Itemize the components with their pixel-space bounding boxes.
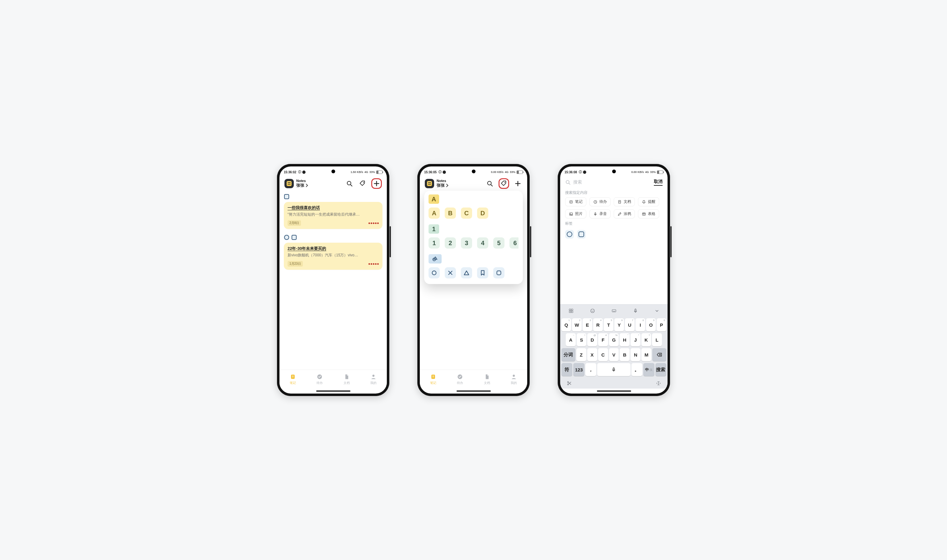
tag-tile-circle[interactable] [428,267,440,278]
chip-photos[interactable]: 照片 [565,209,586,218]
kb-clipboard-icon[interactable] [567,380,572,386]
chip-docs[interactable]: 文档 [614,197,635,206]
tag-tile[interactable]: 2 [445,237,456,249]
note-card[interactable]: 22年-30年未来要买的 新vivo旗舰机（7000）汽车（15万）vivo… … [284,243,382,270]
key-a[interactable]: ~A [566,333,576,346]
tag-tile[interactable]: A [428,208,440,219]
key-u[interactable]: 7U [625,318,634,331]
chip-tables[interactable]: 表格 [638,209,659,218]
key-f[interactable]: #F [598,333,608,346]
tag-button[interactable] [499,178,509,189]
tag-tile-rounded-square[interactable] [493,267,505,278]
nav-me[interactable]: 我的 [370,374,377,385]
key-符[interactable]: 符 [561,363,572,376]
cancel-button[interactable]: 取消 [654,179,662,186]
key-d[interactable]: @D [587,333,597,346]
key-123[interactable]: 123 [573,363,584,376]
key-w[interactable]: 2W [572,318,582,331]
nav-docs[interactable]: 文档 [484,374,490,385]
tag-picker-popover[interactable]: A A B C D 1 1 2 3 4 5 [424,191,523,284]
key-q[interactable]: 1Q [561,318,571,331]
tag-tile[interactable]: B [445,208,456,219]
home-indicator[interactable] [560,389,668,394]
key-e[interactable]: 3E [582,318,592,331]
brand[interactable]: Notes 张张 [285,179,308,188]
nav-notes[interactable]: 笔记 [430,374,436,385]
tag-tile[interactable]: 6 [510,237,519,249]
tag-tile-bookmark[interactable] [477,267,488,278]
key-h[interactable]: "H [620,333,630,346]
tag-tile-triangle[interactable] [461,267,472,278]
brand[interactable]: Notes张张 [425,179,448,188]
key-，[interactable]: ， [585,363,596,376]
chip-notes[interactable]: 笔记 [565,197,586,206]
app-name: Notes [296,179,308,183]
tag-square-chip[interactable] [577,230,586,238]
nav-docs[interactable]: 文档 [343,374,350,385]
key-lang[interactable]: 中/英 [643,363,654,376]
kb-cursor-icon[interactable] [656,380,661,386]
key-c[interactable]: C [598,348,608,361]
chip-todo[interactable]: 待办 [590,197,611,206]
tag-tile[interactable]: 5 [493,237,505,249]
key-k[interactable]: ?K [641,333,651,346]
tag-tile[interactable]: D [477,208,488,219]
key-z[interactable]: Z [576,348,586,361]
chevron-right-icon [304,183,308,187]
add-button[interactable] [371,178,382,189]
tag-circle-chip[interactable] [565,230,574,238]
key-l[interactable]: L [652,333,662,346]
home-indicator[interactable] [420,389,527,394]
key-i[interactable]: 8I [636,318,645,331]
key-b[interactable]: B [620,348,630,361]
key-j[interactable]: *J [630,333,641,346]
tag-tile[interactable]: 3 [461,237,472,249]
key-s[interactable]: !S [577,333,587,346]
key-v[interactable]: V [609,348,619,361]
key-y[interactable]: 6Y [614,318,624,331]
key-p[interactable]: 0P [657,318,666,331]
status-signal-label: 4G [365,171,368,174]
kb-tool-mic-icon[interactable] [633,308,638,314]
tag-tile[interactable]: 4 [477,237,488,249]
key-backspace[interactable] [652,348,666,361]
keyboard-bottom-bar [560,378,668,389]
tag-tile[interactable]: 1 [428,237,440,249]
nav-me[interactable]: 我的 [511,374,517,385]
key-g[interactable]: %G [609,333,619,346]
chip-recordings[interactable]: 录音 [590,209,611,218]
tag-tile[interactable]: C [461,208,472,219]
key-r[interactable]: 4R [593,318,603,331]
home-indicator[interactable] [279,389,387,394]
key-搜索[interactable]: 搜索 [655,363,666,376]
kb-tool-collapse-icon[interactable] [654,308,660,314]
key-。[interactable]: 。 [631,363,642,376]
key-分词[interactable]: 分词 [561,348,576,361]
chip-reminders[interactable]: 提醒 [638,197,659,206]
add-button[interactable] [513,179,522,188]
kb-tool-grid-icon[interactable] [568,308,574,314]
chip-doodles[interactable]: 涂鸦 [614,209,635,218]
search-input[interactable]: 搜索 [565,180,650,185]
tag-tile-x[interactable] [445,267,456,278]
key-space[interactable] [597,363,630,376]
search-button[interactable] [485,179,494,188]
key-t[interactable]: 5T [604,318,613,331]
key-m[interactable]: M [641,348,651,361]
kb-tool-emoji-icon[interactable] [590,308,595,314]
battery-icon [657,171,663,174]
tag-button[interactable] [358,179,367,188]
key-x[interactable]: X [587,348,597,361]
nav-notes[interactable]: 笔记 [290,374,296,385]
note-title: 22年-30年未来要买的 [288,246,379,251]
key-n[interactable]: N [630,348,641,361]
search-button[interactable] [345,179,354,188]
kb-tool-keyboard-icon[interactable] [611,308,617,314]
nav-todo[interactable]: 待办 [317,374,323,385]
note-title: 一些我很喜欢的话 [288,205,379,211]
note-date: 2月8日 [288,220,301,226]
nav-todo[interactable]: 待办 [457,374,463,385]
note-card[interactable]: 一些我很喜欢的话 “努力活完短短的一生把成果留给后代继承… 2月8日 [284,202,382,229]
key-o[interactable]: 9O [646,318,656,331]
camera-notch [472,169,476,173]
